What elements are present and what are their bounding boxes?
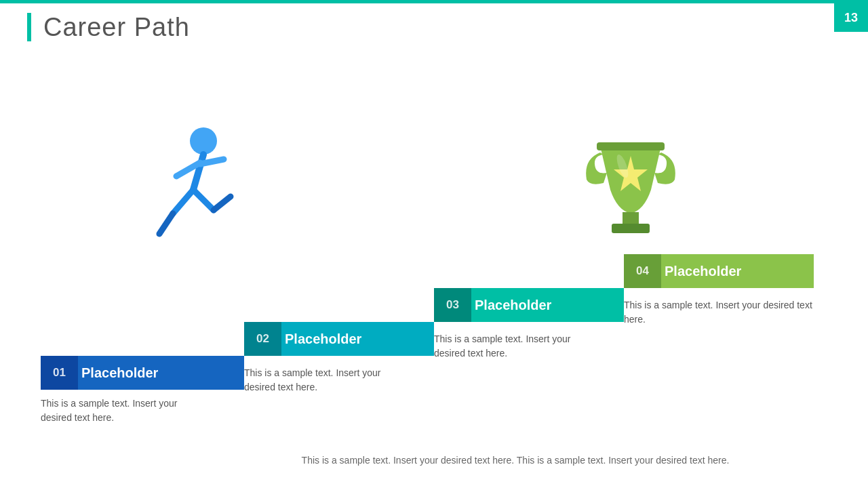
header: Career Path 13 [0,0,868,51]
step-02-label: Placeholder [281,331,361,347]
step-02-bar: 02 Placeholder [244,322,434,356]
svg-line-7 [214,197,231,210]
step-04-description: This is a sample text. Insert your desir… [624,298,814,327]
step-03-label: Placeholder [471,298,551,313]
bottom-text: This is a sample text. Insert your desir… [203,453,827,468]
slide-number: 13 [834,3,868,32]
svg-rect-10 [623,212,639,224]
step-02-number: 02 [244,322,281,356]
svg-line-4 [173,190,193,214]
svg-line-5 [159,214,173,234]
page-title: Career Path [43,13,190,42]
svg-line-6 [193,190,214,210]
svg-line-1 [193,155,203,190]
step-04-label: Placeholder [661,264,741,279]
svg-point-0 [190,127,217,155]
step-01-number: 01 [41,356,78,390]
step-01-label: Placeholder [78,365,158,381]
step-04-bar: 04 Placeholder [624,254,814,288]
header-accent-bar [27,13,31,41]
trophy-icon [576,136,685,244]
step-04-number: 04 [624,254,661,288]
step-03-bar: 03 Placeholder [434,288,624,322]
step-01-description: This is a sample text. Insert your desir… [41,396,210,425]
svg-rect-8 [597,142,665,150]
step-02-description: This is a sample text. Insert your desir… [244,366,414,394]
runner-figure [136,115,244,251]
main-content: 01 Placeholder This is a sample text. In… [0,51,868,488]
step-03-number: 03 [434,288,471,322]
step-03-description: This is a sample text. Insert your desir… [434,332,604,361]
step-01-bar: 01 Placeholder [41,356,244,390]
svg-rect-11 [612,224,650,233]
